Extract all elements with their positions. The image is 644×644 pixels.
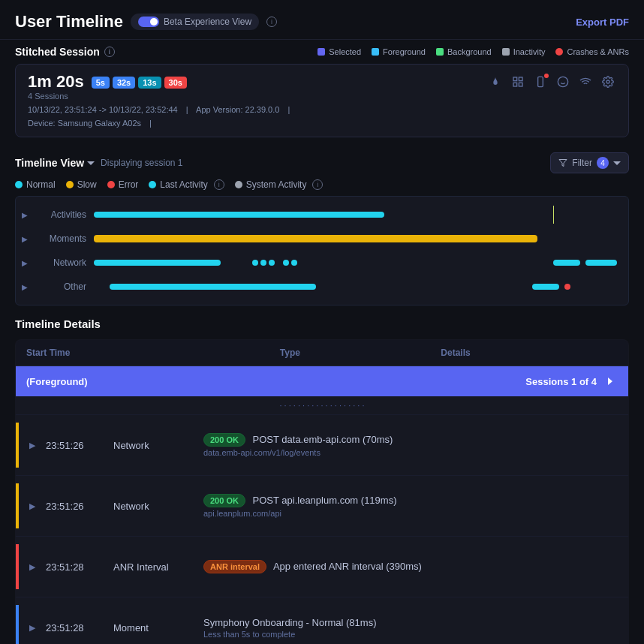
flame-icon[interactable]	[487, 74, 504, 90]
legend-foreground: Foreground	[372, 47, 426, 56]
timeline-view-header: Timeline View Displaying session 1 Filte…	[0, 145, 644, 179]
toggle-knob	[150, 18, 158, 26]
export-button[interactable]: Export PDF	[576, 17, 629, 28]
detail-row-container-2[interactable]: ▶ 23:51:26 Network 200 OK POST api.leanp…	[16, 476, 628, 537]
moments-bars	[94, 235, 622, 242]
timeline-view-title[interactable]: Timeline View	[15, 157, 95, 169]
beta-label: Beta Experience View	[164, 17, 251, 27]
row-type-4: Moment	[113, 622, 203, 633]
timeline-chart: ▶ Activities ▶ Moments ▶ Network	[15, 196, 629, 305]
sessions-nav[interactable]: Sessions 1 of 4	[525, 374, 618, 389]
other-bars	[94, 282, 622, 291]
foreground-dot	[372, 48, 379, 56]
filter-icon	[558, 158, 567, 167]
session-count: 4 Sessions	[28, 92, 187, 101]
details-table-body: (Foreground) Sessions 1 of 4 · · · · · ·…	[16, 366, 629, 645]
status-badge-2: 200 OK	[203, 494, 245, 507]
row-details-3: ANR interval App entered ANR interval (3…	[203, 560, 628, 573]
row-detail-line-2: 200 OK POST api.leanplum.com (119ms)	[203, 494, 628, 507]
error-dot	[107, 181, 115, 188]
row-type-3: ANR Interval	[113, 561, 203, 573]
foreground-row: (Foreground) Sessions 1 of 4	[16, 366, 629, 397]
foreground-label: (Foreground)	[26, 376, 88, 387]
row-expand-2[interactable]: ▶	[19, 501, 46, 511]
wifi-icon[interactable]	[577, 74, 594, 90]
system-activity-info-icon[interactable]: i	[312, 179, 323, 190]
page-title: User Timeline	[15, 12, 123, 32]
row-expand-4[interactable]: ▶	[19, 623, 46, 633]
detail-row-3[interactable]: ▶ 23:51:28 ANR Interval ANR interval App…	[16, 537, 629, 597]
tl-legend-slow: Slow	[66, 179, 97, 190]
settings-icon[interactable]	[600, 74, 616, 90]
toggle-switch[interactable]	[138, 17, 159, 27]
row-expand-3[interactable]: ▶	[19, 562, 46, 572]
network-bar-3	[585, 260, 617, 266]
moments-expand[interactable]: ▶	[22, 235, 34, 243]
timeline-details-title: Timeline Details	[15, 317, 629, 330]
info-icon[interactable]: i	[266, 17, 277, 27]
other-row[interactable]: ▶ Other	[16, 275, 628, 299]
activities-bars	[94, 210, 622, 219]
timeline-view-left: Timeline View Displaying session 1	[15, 157, 182, 169]
svg-rect-1	[519, 77, 522, 81]
detail-row-container-4[interactable]: ▶ 23:51:28 Moment Symphony Onboarding - …	[16, 597, 628, 644]
background-dot	[436, 48, 444, 56]
other-error-dot	[564, 284, 570, 290]
chevron-right-icon	[608, 378, 612, 385]
anr-badge: ANR interval	[203, 560, 266, 573]
session-meta: 10/13/22, 23:51:24 -> 10/13/22, 23:52:44…	[28, 105, 616, 114]
network-row[interactable]: ▶ Network	[16, 251, 628, 275]
legend-inactivity: Inactivity	[502, 47, 546, 56]
row-type-1: Network	[113, 440, 203, 451]
svg-marker-11	[559, 160, 567, 167]
system-activity-dot	[235, 181, 242, 188]
activities-row[interactable]: ▶ Activities	[16, 203, 628, 227]
activities-expand[interactable]: ▶	[22, 211, 34, 219]
badge-13s: 13s	[138, 77, 161, 89]
stitched-legend: Selected Foreground Background Inactivit…	[317, 47, 629, 56]
detail-row-4[interactable]: ▶ 23:51:28 Moment Symphony Onboarding - …	[16, 597, 629, 644]
emoji-icon[interactable]	[555, 74, 571, 90]
row-detail-sub-2: api.leanplum.com/api	[203, 509, 628, 518]
row-details-2: 200 OK POST api.leanplum.com (119ms) api…	[203, 494, 628, 518]
timeline-details: Timeline Details Start Time Type Details…	[0, 305, 644, 644]
other-label: Other	[34, 281, 94, 292]
network-expand[interactable]: ▶	[22, 259, 34, 267]
activities-bar-1	[94, 212, 384, 218]
stitched-title: Stitched Session i	[15, 46, 115, 58]
session-info: 1m 20s 5s 32s 13s 30s 4 Sessions	[28, 74, 187, 101]
inactivity-dot	[502, 48, 510, 56]
stitched-info-icon[interactable]: i	[104, 47, 115, 57]
th-start-time: Start Time	[16, 340, 269, 366]
filter-count: 4	[597, 157, 609, 169]
row-details-4: Symphony Onboarding - Normal (81ms) Less…	[203, 617, 628, 639]
detail-row-container-1[interactable]: ▶ 23:51:26 Network 200 OK POST data.emb-…	[16, 415, 628, 476]
phone-icon[interactable]	[532, 74, 549, 90]
last-activity-dot	[149, 181, 156, 188]
svg-point-10	[606, 80, 609, 83]
network-dots	[252, 260, 297, 266]
badge-5s: 5s	[92, 77, 110, 89]
sessions-next-arrow[interactable]	[603, 374, 618, 389]
moments-row[interactable]: ▶ Moments	[16, 227, 628, 251]
detail-row-1[interactable]: ▶ 23:51:26 Network 200 OK POST data.emb-…	[16, 415, 629, 476]
normal-dot	[15, 181, 23, 188]
row-expand-1[interactable]: ▶	[19, 441, 46, 450]
svg-rect-3	[519, 83, 522, 86]
detail-row-2[interactable]: ▶ 23:51:26 Network 200 OK POST api.leanp…	[16, 476, 629, 537]
details-table: Start Time Type Details (Foreground) Ses…	[15, 339, 629, 644]
last-activity-info-icon[interactable]: i	[214, 179, 224, 190]
grid-icon[interactable]	[510, 74, 526, 90]
details-header-row: Start Time Type Details	[16, 340, 629, 366]
beta-toggle[interactable]: Beta Experience View	[131, 14, 259, 30]
foreground-bar[interactable]: (Foreground) Sessions 1 of 4	[16, 366, 628, 396]
network-bars	[94, 258, 622, 267]
moments-bar-1	[94, 235, 537, 242]
other-expand[interactable]: ▶	[22, 283, 34, 291]
header-left: User Timeline Beta Experience View i	[15, 12, 277, 32]
th-details: Details	[430, 340, 628, 366]
detail-row-container-3[interactable]: ▶ 23:51:28 ANR Interval ANR interval App…	[16, 537, 628, 597]
status-badge-1: 200 OK	[203, 433, 245, 447]
svg-rect-0	[513, 77, 517, 81]
filter-button[interactable]: Filter 4	[550, 152, 629, 173]
